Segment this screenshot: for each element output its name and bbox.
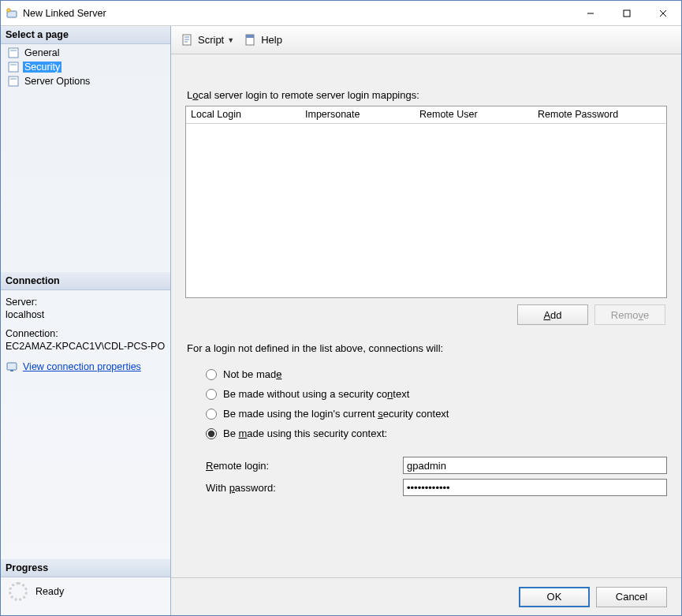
window-title: New Linked Server <box>23 8 572 19</box>
grid-col-remote-password[interactable]: Remote Password <box>533 106 666 123</box>
toolbar: Script ▼ Help <box>171 26 681 54</box>
chevron-down-icon[interactable]: ▼ <box>227 36 234 44</box>
svg-rect-13 <box>10 370 13 371</box>
progress-ring-icon <box>9 582 28 601</box>
radio-this-context-label[interactable]: Be made using this security context: <box>223 427 387 439</box>
svg-rect-3 <box>624 10 630 17</box>
mappings-label: Local server login to remote server logi… <box>187 89 665 101</box>
script-button[interactable]: Script ▼ <box>177 32 237 49</box>
minimize-button[interactable] <box>572 1 609 25</box>
page-icon <box>7 61 20 73</box>
connection-label: Connection: <box>6 328 166 339</box>
login-mappings-grid[interactable]: Local Login Impersonate Remote User Remo… <box>185 106 667 298</box>
radio-without-context-label[interactable]: Be made without using a security context <box>223 388 409 400</box>
progress-header: Progress <box>1 559 170 577</box>
help-button[interactable]: Help <box>240 32 285 49</box>
connection-value: EC2AMAZ-KPCAC1V\CDL-PCS-PO <box>6 341 166 352</box>
svg-point-1 <box>7 8 10 11</box>
page-icon <box>7 47 20 59</box>
page-icon <box>7 75 20 88</box>
help-label: Help <box>261 34 282 46</box>
svg-rect-16 <box>246 35 254 38</box>
footer: OK Cancel <box>171 577 681 615</box>
close-button[interactable] <box>645 1 681 25</box>
with-password-label: With password: <box>206 482 403 494</box>
select-page-header: Select a page <box>1 26 170 44</box>
page-item-label: Server Options <box>23 76 91 87</box>
connection-header: Connection <box>1 272 170 290</box>
remove-button: Remove <box>594 304 665 325</box>
grid-col-remote-user[interactable]: Remote User <box>415 106 533 123</box>
titlebar: New Linked Server <box>1 1 681 26</box>
remote-login-label: Remote login: <box>206 460 403 472</box>
page-item-label: Security <box>23 62 61 73</box>
left-panel: Select a page General Security <box>1 26 171 615</box>
ok-button[interactable]: OK <box>519 587 590 607</box>
radio-without-context[interactable] <box>206 389 217 400</box>
page-item-server-options[interactable]: Server Options <box>4 74 170 88</box>
grid-col-impersonate[interactable]: Impersonate <box>300 106 415 123</box>
body-row: Select a page General Security <box>1 26 681 615</box>
svg-rect-6 <box>9 48 18 58</box>
credentials-grid: Remote login: With password: <box>185 452 667 501</box>
radio-not-be-made-label[interactable]: Not be made <box>223 368 281 380</box>
content-area: Local server login to remote server logi… <box>171 54 681 577</box>
radio-not-be-made[interactable] <box>206 369 217 380</box>
window-root: New Linked Server Select a page Gene <box>0 0 682 616</box>
script-icon <box>181 33 195 47</box>
login-note: For a login not defined in the list abov… <box>187 342 665 354</box>
server-value: localhost <box>6 309 166 320</box>
page-item-label: General <box>23 47 61 58</box>
radio-current-context-label[interactable]: Be made using the login's current securi… <box>223 408 449 420</box>
progress-status: Ready <box>35 586 64 597</box>
script-label: Script <box>198 34 224 46</box>
help-icon <box>244 33 258 47</box>
connection-properties-icon <box>6 360 20 374</box>
svg-rect-8 <box>9 62 18 72</box>
svg-rect-12 <box>7 363 17 370</box>
page-item-general[interactable]: General <box>4 46 170 60</box>
grid-col-local-login[interactable]: Local Login <box>186 106 300 123</box>
svg-rect-11 <box>10 78 17 80</box>
app-icon <box>6 7 18 20</box>
page-list: General Security Server Options <box>1 44 170 95</box>
svg-rect-7 <box>10 50 17 51</box>
remote-login-input[interactable] <box>403 457 667 474</box>
radio-this-context[interactable] <box>206 428 217 439</box>
page-item-security[interactable]: Security <box>4 60 170 74</box>
grid-header: Local Login Impersonate Remote User Remo… <box>186 106 666 124</box>
connection-block: Server: localhost Connection: EC2AMAZ-KP… <box>1 290 170 382</box>
add-button[interactable]: Add <box>517 304 588 325</box>
progress-block: Ready <box>1 577 170 615</box>
svg-rect-9 <box>10 64 17 65</box>
svg-rect-10 <box>9 77 18 86</box>
maximize-button[interactable] <box>609 1 645 25</box>
server-label: Server: <box>6 297 166 308</box>
connection-mode-radio-group: Not be made Be made without using a secu… <box>185 360 667 447</box>
view-connection-properties-link[interactable]: View connection properties <box>23 361 141 372</box>
window-controls <box>572 1 681 25</box>
main-panel: Script ▼ Help Local server login to remo… <box>171 26 681 615</box>
radio-current-context[interactable] <box>206 409 217 420</box>
with-password-input[interactable] <box>403 479 667 496</box>
cancel-button[interactable]: Cancel <box>596 587 667 607</box>
